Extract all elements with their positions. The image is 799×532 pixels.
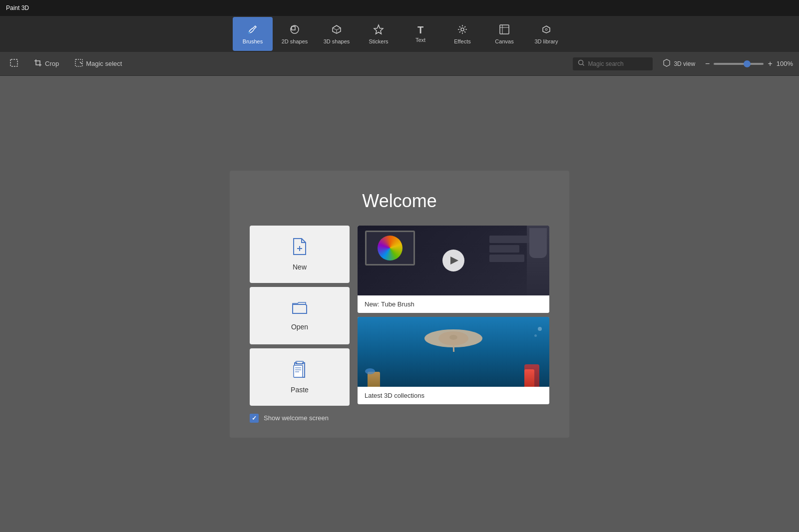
svg-point-18 bbox=[449, 335, 457, 340]
3d-view-btn[interactable]: 3D view bbox=[659, 57, 699, 70]
welcome-content: New Open bbox=[250, 226, 549, 406]
show-welcome-row: Show welcome screen bbox=[250, 414, 549, 423]
title-bar: Paint 3D bbox=[0, 0, 799, 16]
secondary-toolbar: Crop Magic select bbox=[0, 52, 799, 76]
tube-brush-label: New: Tube Brush bbox=[358, 295, 549, 313]
3d-collections-label: Latest 3D collections bbox=[358, 387, 549, 404]
zoom-in-btn[interactable]: + bbox=[768, 59, 772, 68]
2d-shapes-icon bbox=[289, 24, 300, 36]
crop-label: Crop bbox=[45, 60, 59, 67]
sec-toolbar-right: 3D view − + 100% bbox=[573, 57, 793, 70]
open-label: Open bbox=[291, 323, 308, 331]
crop-btn[interactable]: Crop bbox=[30, 57, 63, 70]
tool-brushes[interactable]: Brushes bbox=[233, 17, 273, 51]
text-label: Text bbox=[415, 37, 425, 43]
new-card[interactable]: New bbox=[250, 226, 350, 283]
tool-canvas[interactable]: Canvas bbox=[484, 17, 524, 51]
zoom-out-btn[interactable]: − bbox=[705, 59, 710, 68]
play-triangle-icon bbox=[450, 257, 458, 265]
svg-point-8 bbox=[579, 60, 583, 64]
svg-rect-4 bbox=[500, 25, 509, 34]
stickers-label: Stickers bbox=[369, 38, 388, 44]
zoom-slider[interactable] bbox=[714, 63, 764, 65]
paste-card[interactable]: Paste bbox=[250, 348, 350, 406]
canvas-label: Canvas bbox=[495, 38, 513, 44]
tube-brush-thumb bbox=[358, 226, 549, 295]
magic-search-input[interactable] bbox=[588, 60, 648, 67]
main-area: Welcome New bbox=[0, 76, 799, 532]
paste-icon bbox=[292, 360, 308, 382]
svg-point-0 bbox=[248, 31, 250, 33]
tool-stickers[interactable]: Stickers bbox=[359, 17, 399, 51]
select-tool-btn[interactable] bbox=[6, 57, 22, 70]
effects-label: Effects bbox=[454, 38, 470, 44]
select-icon bbox=[10, 59, 18, 68]
zoom-bar: − + 100% bbox=[705, 59, 793, 68]
magic-select-btn[interactable]: Magic select bbox=[71, 57, 126, 70]
3d-shapes-label: 3D shapes bbox=[324, 38, 350, 44]
tool-3d-shapes[interactable]: 3D shapes bbox=[317, 17, 357, 51]
new-label: New bbox=[293, 263, 307, 271]
welcome-title: Welcome bbox=[250, 191, 549, 212]
magic-select-label: Magic select bbox=[86, 60, 122, 67]
3d-library-icon bbox=[541, 24, 552, 36]
tool-2d-shapes[interactable]: 2D shapes bbox=[275, 17, 315, 51]
open-icon bbox=[292, 300, 308, 319]
magic-search-container[interactable] bbox=[573, 57, 653, 70]
paste-label: Paste bbox=[291, 386, 309, 394]
main-toolbar: Brushes 2D shapes 3D shapes Sticker bbox=[0, 16, 799, 52]
3d-view-icon bbox=[663, 59, 671, 68]
magic-select-icon bbox=[75, 59, 83, 68]
svg-rect-6 bbox=[10, 59, 17, 66]
zoom-thumb bbox=[744, 60, 751, 67]
play-button[interactable] bbox=[442, 250, 464, 271]
show-welcome-label: Show welcome screen bbox=[264, 414, 329, 422]
app-title: Paint 3D bbox=[6, 4, 29, 11]
search-icon bbox=[578, 59, 585, 68]
welcome-dialog: Welcome New bbox=[230, 171, 569, 438]
canvas-icon bbox=[499, 24, 510, 36]
svg-rect-12 bbox=[294, 365, 303, 377]
effects-icon bbox=[457, 24, 468, 36]
tool-text[interactable]: T Text bbox=[400, 17, 440, 51]
zoom-percent: 100% bbox=[777, 60, 793, 67]
left-panel: New Open bbox=[250, 226, 350, 406]
new-icon bbox=[292, 238, 308, 259]
tube-brush-card[interactable]: New: Tube Brush bbox=[358, 226, 549, 313]
3d-shapes-icon bbox=[331, 24, 342, 36]
brushes-label: Brushes bbox=[243, 38, 263, 44]
open-card[interactable]: Open bbox=[250, 287, 350, 344]
brushes-icon bbox=[247, 24, 258, 36]
tool-effects[interactable]: Effects bbox=[442, 17, 482, 51]
svg-point-5 bbox=[545, 28, 547, 30]
tool-3d-library[interactable]: 3D library bbox=[526, 17, 566, 51]
3d-collections-card[interactable]: Latest 3D collections bbox=[358, 317, 549, 404]
3d-collections-thumb bbox=[358, 317, 549, 387]
text-icon: T bbox=[417, 25, 423, 35]
crop-icon bbox=[34, 59, 42, 68]
svg-rect-2 bbox=[292, 26, 295, 30]
svg-point-3 bbox=[461, 28, 464, 31]
right-panel: New: Tube Brush bbox=[358, 226, 549, 406]
stickers-icon bbox=[373, 24, 384, 36]
2d-shapes-label: 2D shapes bbox=[282, 38, 308, 44]
show-welcome-checkbox[interactable] bbox=[250, 414, 259, 423]
3d-library-label: 3D library bbox=[534, 38, 558, 44]
3d-view-label: 3D view bbox=[674, 60, 695, 67]
